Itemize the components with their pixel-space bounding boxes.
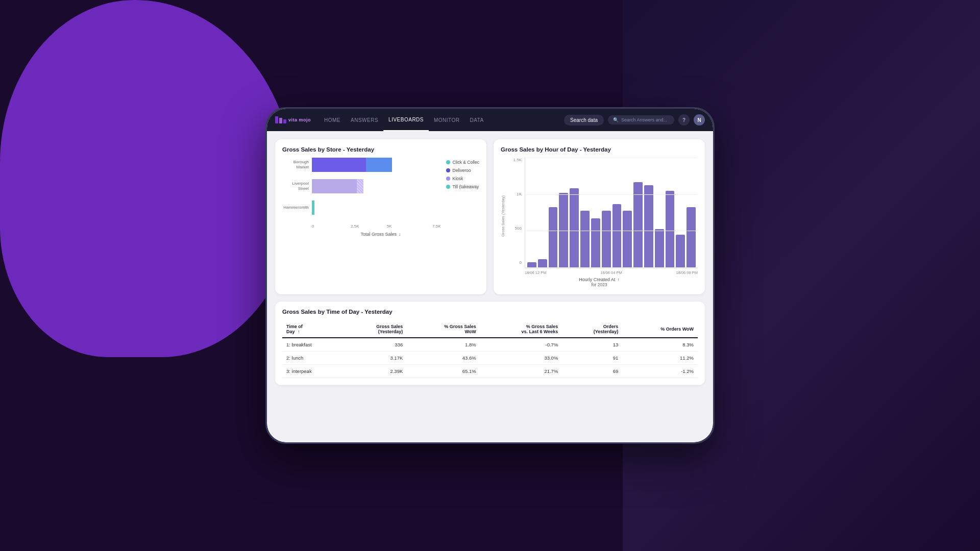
v-bar-9 (612, 204, 622, 268)
cell-6w-1: -0.7% (480, 338, 562, 352)
x-label-5000: 5K (372, 224, 406, 229)
v-bar-6 (580, 211, 590, 268)
footer-arrow-up: ↑ (617, 277, 620, 282)
legend-kiosk: Kiosk (446, 176, 479, 181)
cell-orders-2: 91 (562, 352, 622, 365)
charts-row: Gross Sales by Store - Yesterday Borough… (275, 139, 705, 294)
cell-orders-3: 69 (562, 365, 622, 378)
chart-right-footer: Hourly Created At ↑ (501, 277, 698, 282)
v-chart-wrapper: Gross Sales (Yesterday) 1.5K 1K 500 0 (501, 158, 698, 275)
y-axis-title: Gross Sales (Yesterday) (501, 195, 505, 237)
nav-right: Search data 🔍 Search Answers and... ? N (564, 114, 705, 126)
header-row: Time ofDay ↑ Gross Sales(Yesterday) % Gr… (282, 321, 698, 338)
legend-click-collect: Click & Collec (446, 160, 479, 165)
help-button[interactable]: ? (678, 114, 690, 126)
bg-blob (0, 0, 296, 357)
navbar: vita mojo HOME ANSWERS LIVEBOARDS MONITO… (267, 109, 713, 131)
x-label-7500: 7.5K (406, 224, 440, 229)
nav-items: HOME ANSWERS LIVEBOARDS MONITOR DATA (319, 109, 564, 131)
cell-time-3: 3: interpeak (282, 365, 344, 378)
col-time-of-day: Time ofDay ↑ (282, 321, 344, 338)
nav-answers[interactable]: ANSWERS (346, 109, 383, 131)
table-row: 3: interpeak 2.39K 65.1% 21.7% 69 -1.2% (282, 365, 698, 378)
x-date-2: 18/06 04 PM (600, 270, 622, 275)
chart-left-title: Gross Sales by Store - Yesterday (282, 146, 479, 153)
v-bar-2 (538, 259, 547, 268)
h-bar-chart: BoroughMarket LiverpoolStreet (282, 158, 441, 229)
col-orders-wow: % Orders WoW (622, 321, 698, 338)
search-data-button[interactable]: Search data (564, 115, 604, 126)
bar-track-borough (312, 158, 441, 172)
y-label-1000: 1K (517, 192, 522, 196)
bar-chart-container: BoroughMarket LiverpoolStreet (282, 158, 479, 229)
app-content: vita mojo HOME ANSWERS LIVEBOARDS MONITO… (267, 109, 713, 442)
y-axis-labels: 1.5K 1K 500 0 (506, 158, 525, 275)
chart-right-footer2: for 2023 (501, 282, 698, 287)
v-bar-7 (591, 218, 600, 268)
footer-right-label: Hourly Created At (579, 277, 615, 282)
nav-liveboards[interactable]: LIVEBOARDS (383, 109, 429, 131)
bar-seg-1 (312, 158, 366, 172)
svg-rect-1 (279, 118, 282, 123)
x-date-3: 18/06 08 PM (676, 270, 698, 275)
legend-label-2: Deliveroo (453, 168, 471, 173)
device-frame: vita mojo HOME ANSWERS LIVEBOARDS MONITO… (265, 107, 715, 444)
cell-wow-3: 65.1% (407, 365, 480, 378)
bar-label-hammersmith: Hammersmith (282, 205, 309, 210)
bar-seg-4 (357, 179, 363, 193)
search-answers-input[interactable]: 🔍 Search Answers and... (608, 115, 674, 124)
svg-rect-2 (283, 119, 286, 123)
cell-wow-2: 43.6% (407, 352, 480, 365)
nav-monitor[interactable]: MONITOR (429, 109, 465, 131)
legend-label-1: Click & Collec (453, 160, 479, 165)
cell-time-1: 1: breakfast (282, 338, 344, 352)
cell-orders-wow-3: -1.2% (622, 365, 698, 378)
sort-arrow[interactable]: ↑ (298, 329, 300, 334)
v-bar-10 (623, 211, 632, 268)
logo-icon (275, 116, 286, 123)
legend-dot-4 (446, 185, 450, 189)
gross-sales-by-time-table: Gross Sales by Time of Day - Yesterday T… (275, 302, 705, 385)
v-bar-15 (676, 235, 685, 268)
chart-right-title: Gross Sales by Hour of Day - Yesterday (501, 146, 698, 153)
nav-data[interactable]: DATA (465, 109, 489, 131)
cell-orders-1: 13 (562, 338, 622, 352)
bars-area: 18/06 12 PM 18/06 04 PM 18/06 08 PM (525, 158, 698, 275)
legend-dot-2 (446, 168, 450, 172)
nav-home[interactable]: HOME (319, 109, 346, 131)
footer-right-label2: for 2023 (591, 282, 607, 287)
cell-orders-wow-2: 11.2% (622, 352, 698, 365)
bar-row-liverpool: LiverpoolStreet (282, 179, 441, 193)
y-label-1500: 1.5K (513, 158, 522, 162)
data-table: Time ofDay ↑ Gross Sales(Yesterday) % Gr… (282, 321, 698, 378)
cell-6w-3: 21.7% (480, 365, 562, 378)
bar-track-hammersmith (312, 201, 441, 215)
legend-deliveroo: Deliveroo (446, 168, 479, 173)
v-bar-1 (527, 262, 536, 268)
cell-sales-3: 2.39K (344, 365, 407, 378)
table-body: 1: breakfast 336 1.8% -0.7% 13 8.3% 2: l… (282, 338, 698, 378)
footer-label: Total Gross Sales (360, 232, 397, 237)
chart-left-footer: Total Gross Sales ↓ (282, 232, 479, 237)
y-label-500: 500 (515, 226, 522, 231)
x-date-1: 18/06 12 PM (525, 270, 547, 275)
legend-label-4: Till (takeaway (453, 184, 479, 189)
cell-time-2: 2: lunch (282, 352, 344, 365)
bar-seg-2 (366, 158, 392, 172)
v-bar-8 (602, 211, 611, 268)
logo-text: vita mojo (288, 117, 311, 122)
v-bar-16 (687, 207, 696, 268)
col-vs-6w: % Gross Salesvs. Last 6 Weeks (480, 321, 562, 338)
cell-sales-1: 336 (344, 338, 407, 352)
v-bar-14 (666, 191, 675, 268)
bars-container (525, 158, 698, 268)
col-wow-pct: % Gross SalesWoW (407, 321, 480, 338)
col-orders: Orders(Yesterday) (562, 321, 622, 338)
user-avatar[interactable]: N (694, 114, 705, 126)
table-header: Time ofDay ↑ Gross Sales(Yesterday) % Gr… (282, 321, 698, 338)
bar-seg-5 (312, 201, 314, 215)
grid-line-1 (525, 158, 698, 158)
cell-wow-1: 1.8% (407, 338, 480, 352)
col-gross-sales: Gross Sales(Yesterday) (344, 321, 407, 338)
table-row: 1: breakfast 336 1.8% -0.7% 13 8.3% (282, 338, 698, 352)
